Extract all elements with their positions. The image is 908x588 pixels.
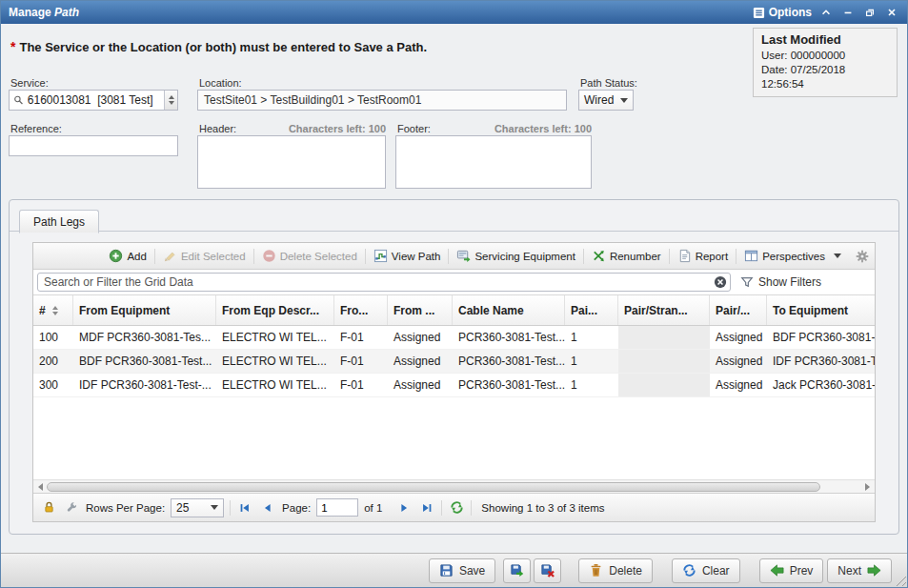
cell-pair[interactable]: 1 xyxy=(565,350,618,373)
column-header-from-3[interactable]: Fro... xyxy=(334,295,388,325)
perspectives-button[interactable]: Perspectives xyxy=(739,247,846,265)
lock-columns-button[interactable] xyxy=(40,499,57,517)
scrollbar-track[interactable] xyxy=(47,481,861,493)
cell-pair-strand[interactable] xyxy=(618,350,710,373)
cell-number[interactable]: 300 xyxy=(33,374,73,396)
clear-button[interactable]: Clear xyxy=(672,558,740,583)
report-button[interactable]: Report xyxy=(673,247,734,265)
delete-button[interactable]: Delete xyxy=(578,558,653,583)
scrollbar-thumb[interactable] xyxy=(47,482,820,492)
cell-from-3[interactable]: F-01 xyxy=(334,350,388,373)
close-button[interactable] xyxy=(884,5,899,20)
view-path-button[interactable]: View Path xyxy=(369,247,446,265)
cell-pair-8[interactable]: Assigned xyxy=(710,350,767,373)
cell-pair-8[interactable]: Assigned xyxy=(710,374,767,396)
cell-from-eqp-descr[interactable]: ELECTRO WI TEL... xyxy=(216,326,334,349)
prev-button[interactable]: Prev xyxy=(759,558,824,583)
grid-search-input[interactable] xyxy=(37,273,731,292)
minimize-button[interactable] xyxy=(840,5,856,20)
cell-from-eqp-descr[interactable]: ELECTRO WI TEL... xyxy=(216,350,334,373)
cell-number[interactable]: 100 xyxy=(33,326,73,349)
service-picker-button[interactable] xyxy=(164,91,177,110)
arrow-right-icon xyxy=(867,563,881,578)
column-header-to-equipment[interactable]: To Equipment xyxy=(767,295,875,325)
reference-input[interactable] xyxy=(10,136,177,155)
service-input[interactable] xyxy=(24,91,164,110)
cell-from-equipment[interactable]: BDF PCR360-3081-Test... xyxy=(73,350,216,373)
next-button[interactable]: Next xyxy=(827,558,892,583)
cell-cable-name[interactable]: PCR360-3081-Test... xyxy=(453,350,565,373)
column-header-pair-8[interactable]: Pair/... xyxy=(710,295,767,325)
next-page-button[interactable] xyxy=(395,499,413,517)
scroll-right-button[interactable] xyxy=(861,481,874,493)
reference-field[interactable] xyxy=(9,135,178,156)
cell-from-3[interactable]: F-01 xyxy=(334,374,388,396)
add-button[interactable]: Add xyxy=(104,247,151,265)
save-and-new-button[interactable] xyxy=(503,558,531,583)
toolbar-separator xyxy=(583,249,584,264)
servicing-equipment-button[interactable]: Servicing Equipment xyxy=(452,247,579,265)
cell-pair-8[interactable]: Assigned xyxy=(710,326,767,349)
column-header-pair-strand[interactable]: Pair/Stran... xyxy=(618,295,710,325)
last-page-button[interactable] xyxy=(418,499,435,517)
titlebar[interactable]: Manage Path Options xyxy=(1,1,907,24)
cell-pair-strand[interactable] xyxy=(618,374,710,396)
cell-pair[interactable]: 1 xyxy=(565,374,618,396)
rows-per-page-select[interactable]: 25 xyxy=(171,498,224,517)
grid-tools-button[interactable] xyxy=(63,499,80,517)
header-textarea[interactable] xyxy=(197,135,386,189)
renumber-button[interactable]: Renumber xyxy=(587,247,666,265)
location-field[interactable]: TestSite01 > TestBuilding01 > TestRoom01 xyxy=(197,90,567,111)
window-resize-handle[interactable] xyxy=(894,574,906,586)
cell-to-equipment[interactable]: BDF PCR360-3081-T... xyxy=(767,326,875,349)
close-icon xyxy=(886,7,898,18)
path-status-select[interactable]: Wired xyxy=(578,90,634,111)
refresh-button[interactable] xyxy=(448,499,465,517)
page-number-input[interactable] xyxy=(316,498,358,517)
column-header-from-eqp-descr[interactable]: From Eqp Descr... xyxy=(216,295,334,325)
edit-selected-button[interactable]: Edit Selected xyxy=(158,247,251,265)
column-header-pair[interactable]: Pai... xyxy=(565,295,618,325)
save-and-close-button[interactable] xyxy=(534,558,561,583)
cell-from-4[interactable]: Assigned xyxy=(388,326,453,349)
cell-from-equipment[interactable]: IDF PCR360-3081-Test-... xyxy=(73,374,216,396)
cell-from-3[interactable]: F-01 xyxy=(334,326,388,349)
column-header-from-4[interactable]: From ... xyxy=(388,295,453,325)
cell-cable-name[interactable]: PCR360-3081-Test... xyxy=(453,326,565,349)
save-button[interactable]: Save xyxy=(429,558,495,583)
cell-from-4[interactable]: Assigned xyxy=(388,374,453,396)
grid-settings-button[interactable] xyxy=(856,250,869,263)
options-button[interactable]: Options xyxy=(753,6,812,19)
first-page-button[interactable] xyxy=(236,499,253,517)
show-filters-button[interactable]: Show Filters xyxy=(740,275,871,289)
cell-to-equipment[interactable]: IDF PCR360-3081-Te... xyxy=(767,350,875,373)
tab-path-legs[interactable]: Path Legs xyxy=(19,210,99,233)
table-row[interactable]: 300 IDF PCR360-3081-Test-... ELECTRO WI … xyxy=(33,374,875,397)
footer-chars-left: Characters left: 100 xyxy=(439,123,592,134)
cell-from-4[interactable]: Assigned xyxy=(388,350,453,373)
delete-selected-button[interactable]: Delete Selected xyxy=(257,247,362,265)
cell-number[interactable]: 200 xyxy=(33,350,73,373)
cell-to-equipment[interactable]: Jack PCR360-3081-T... xyxy=(767,374,875,396)
table-row[interactable]: 100 MDF PCR360-3081-Tes... ELECTRO WI TE… xyxy=(33,326,875,350)
horizontal-scrollbar[interactable] xyxy=(33,479,875,493)
cell-from-eqp-descr[interactable]: ELECTRO WI TEL... xyxy=(216,374,334,396)
footer-textarea[interactable] xyxy=(395,135,592,189)
collapse-button[interactable] xyxy=(818,5,834,20)
arrow-left-icon xyxy=(770,563,784,578)
clear-search-button[interactable] xyxy=(714,275,727,289)
sort-icons[interactable] xyxy=(52,306,58,315)
column-header-cable-name[interactable]: Cable Name xyxy=(453,295,565,325)
scroll-left-button[interactable] xyxy=(34,481,47,493)
prev-page-button[interactable] xyxy=(259,499,276,517)
cell-pair-strand[interactable] xyxy=(618,326,710,349)
table-row[interactable]: 200 BDF PCR360-3081-Test... ELECTRO WI T… xyxy=(33,350,875,374)
restore-button[interactable] xyxy=(862,5,878,20)
column-header-from-equipment[interactable]: From Equipment xyxy=(73,295,216,325)
cell-cable-name[interactable]: PCR360-3081-Test... xyxy=(453,374,565,396)
service-field[interactable] xyxy=(9,90,178,111)
add-icon xyxy=(109,249,123,263)
cell-pair[interactable]: 1 xyxy=(565,326,618,349)
cell-from-equipment[interactable]: MDF PCR360-3081-Tes... xyxy=(73,326,216,349)
column-header-number[interactable]: # xyxy=(33,295,73,325)
